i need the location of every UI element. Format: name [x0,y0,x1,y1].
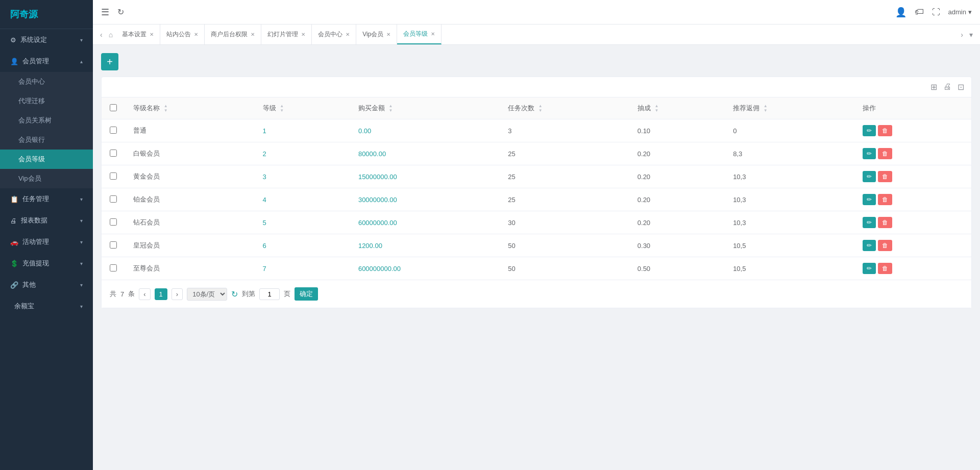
tab-close-icon[interactable]: ✕ [386,32,390,37]
sort-icon[interactable]: ▲▼ [389,104,393,113]
tab-merchant-permissions[interactable]: 商户后台权限 ✕ [205,24,261,44]
col-commission: 抽成 ▲▼ [629,97,725,119]
delete-button[interactable]: 🗑 [878,240,892,251]
tab-close-icon[interactable]: ✕ [301,32,305,37]
user-menu[interactable]: admin ▾ [948,8,972,16]
tab-site-notice[interactable]: 站内公告 ✕ [160,24,205,44]
select-all-checkbox[interactable] [110,104,117,111]
tabs-next-icon[interactable]: › [958,31,966,39]
cell-level-name: 普通 [125,119,255,142]
print-icon[interactable]: 🖨 [942,81,952,93]
cell-level: 1 [255,119,350,142]
sidebar-item-recharge-withdraw[interactable]: 💲 充值提现 ▾ [0,253,93,274]
refresh-icon[interactable]: ↻ [117,7,124,17]
table-row: 至尊会员 7 600000000.00 50 0.50 10,5 ✏ 🗑 [102,257,971,280]
prev-page-button[interactable]: ‹ [139,288,150,300]
row-checkbox[interactable] [110,264,117,271]
next-page-button[interactable]: › [172,288,183,300]
edit-button[interactable]: ✏ [863,263,876,274]
chevron-down-icon: ▾ [80,282,83,288]
goto-prefix: 到第 [242,289,255,299]
sidebar-item-agent-migration[interactable]: 代理迁移 [0,91,93,111]
tab-vip-member[interactable]: Vip会员 ✕ [356,24,397,44]
row-checkbox[interactable] [110,127,117,134]
delete-button[interactable]: 🗑 [878,217,892,228]
goto-page-input[interactable] [259,288,280,300]
edit-button[interactable]: ✏ [863,240,876,251]
home-icon[interactable]: ⌂ [106,31,116,39]
tab-close-icon[interactable]: ✕ [150,32,154,37]
sort-icon[interactable]: ▲▼ [280,104,284,113]
sidebar-item-activity-management[interactable]: 🚗 活动管理 ▾ [0,231,93,253]
edit-button[interactable]: ✏ [863,171,876,182]
gear-icon: ⚙ [10,36,16,44]
edit-button[interactable]: ✏ [863,125,876,136]
delete-button[interactable]: 🗑 [878,125,892,136]
tabs-menu-icon[interactable]: ▾ [966,31,976,39]
add-button[interactable]: + [101,53,118,70]
edit-button[interactable]: ✏ [863,194,876,205]
col-label: 购买金额 [358,104,385,112]
sort-icon[interactable]: ▲▼ [538,104,543,113]
row-checkbox[interactable] [110,150,117,157]
user-avatar-icon[interactable]: 👤 [895,7,906,18]
delete-button[interactable]: 🗑 [878,148,892,159]
tab-close-icon[interactable]: ✕ [251,32,255,37]
cell-action: ✏ 🗑 [854,211,971,234]
delete-button[interactable]: 🗑 [878,194,892,205]
sidebar-item-report-data[interactable]: 🖨 报表数据 ▾ [0,210,93,231]
export-icon[interactable]: ⊡ [957,81,965,93]
columns-icon[interactable]: ⊞ [929,81,938,93]
tab-close-icon[interactable]: ✕ [346,32,350,37]
sort-icon[interactable]: ▲▼ [764,104,768,113]
row-checkbox[interactable] [110,241,117,249]
cell-checkbox [102,119,125,142]
page-suffix: 页 [284,289,290,299]
delete-button[interactable]: 🗑 [878,263,892,274]
page-1-button[interactable]: 1 [155,288,167,300]
col-label: 任务次数 [508,104,534,112]
refresh-pagination-icon[interactable]: ↻ [231,289,238,299]
goto-page-confirm-button[interactable]: 确定 [295,287,318,301]
sidebar-item-label: 报表数据 [21,216,47,225]
sort-icon[interactable]: ▲▼ [164,104,168,113]
delete-button[interactable]: 🗑 [878,171,892,182]
row-checkbox[interactable] [110,218,117,226]
sidebar-item-system-settings[interactable]: ⚙ 系统设定 ▾ [0,29,93,51]
cell-task-count: 30 [500,211,629,234]
tabs-prev-icon[interactable]: ‹ [97,31,106,39]
sidebar-item-other[interactable]: 🔗 其他 ▾ [0,274,93,295]
tab-slideshow[interactable]: 幻灯片管理 ✕ [261,24,312,44]
report-icon: 🖨 [10,217,17,225]
row-checkbox[interactable] [110,172,117,180]
sidebar-item-member-management[interactable]: 👤 会员管理 ▴ [0,51,93,72]
chevron-down-icon: ▾ [80,261,83,266]
sidebar-item-member-bank[interactable]: 会员银行 [0,130,93,150]
sidebar-item-balance-bao[interactable]: 余额宝 ▾ [0,295,93,317]
tag-icon[interactable]: 🏷 [915,7,924,17]
tab-close-icon[interactable]: ✕ [194,32,198,37]
sidebar-item-member-level[interactable]: 会员等级 [0,150,93,169]
sidebar-item-task-management[interactable]: 📋 任务管理 ▾ [0,188,93,210]
sidebar: 阿奇源 ⚙ 系统设定 ▾ 👤 会员管理 ▴ 会员中心 代理迁移 会员关系树 会员… [0,0,93,470]
row-checkbox[interactable] [110,195,117,203]
tab-close-icon[interactable]: ✕ [431,31,435,37]
table-row: 皇冠会员 6 1200.00 50 0.30 10,5 ✏ 🗑 [102,234,971,257]
tab-member-center[interactable]: 会员中心 ✕ [312,24,356,44]
cell-task-count: 25 [500,188,629,211]
sidebar-item-member-relation[interactable]: 会员关系树 [0,111,93,130]
tab-basic-settings[interactable]: 基本设置 ✕ [116,24,160,44]
task-icon: 📋 [10,195,18,203]
sidebar-item-label: 会员等级 [18,155,45,164]
sidebar-item-member-center[interactable]: 会员中心 [0,72,93,91]
chevron-up-icon: ▴ [80,59,83,64]
edit-button[interactable]: ✏ [863,148,876,159]
sort-icon[interactable]: ▲▼ [654,104,658,113]
menu-toggle-icon[interactable]: ☰ [101,7,109,18]
edit-button[interactable]: ✏ [863,217,876,228]
per-page-select[interactable]: 10条/页 20条/页 50条/页 [187,288,227,301]
fullscreen-icon[interactable]: ⛶ [932,8,940,17]
cell-action: ✏ 🗑 [854,188,971,211]
sidebar-item-vip-member[interactable]: Vip会员 [0,169,93,188]
tab-member-level[interactable]: 会员等级 ✕ [397,24,442,44]
